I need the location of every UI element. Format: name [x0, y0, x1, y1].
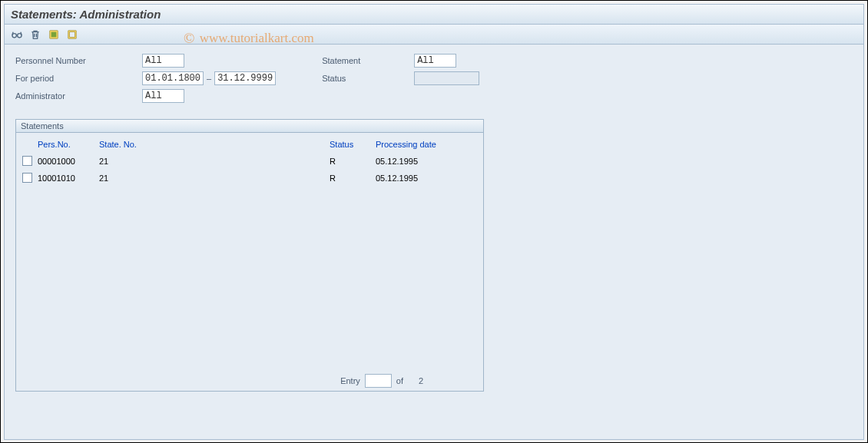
entry-total: 2	[408, 376, 423, 385]
svg-rect-3	[51, 31, 57, 37]
cell-procdate: 05.12.1995	[376, 157, 468, 166]
window-title: Statements: Administration	[11, 8, 161, 21]
svg-rect-5	[70, 31, 75, 37]
filter-col-right: Statement Status	[322, 52, 479, 105]
col-stateno[interactable]: State. No.	[99, 140, 330, 149]
col-procdate[interactable]: Processing date	[376, 140, 468, 149]
entry-label: Entry	[340, 376, 360, 385]
cell-status: R	[330, 157, 376, 166]
cell-persno: 00001000	[38, 157, 99, 166]
panel-title: Statements	[16, 120, 483, 133]
svg-point-1	[18, 33, 22, 37]
table-row[interactable]: 00001000 21 R 05.12.1995	[16, 153, 483, 170]
col-persno[interactable]: Pers.No.	[38, 140, 99, 149]
main-area: Personnel Number For period – Administra…	[4, 45, 864, 440]
cell-stateno: 21	[99, 174, 330, 183]
statements-panel: Statements Pers.No. State. No. Status Pr…	[15, 119, 484, 392]
status-label: Status	[322, 74, 414, 83]
entry-input[interactable]	[365, 374, 392, 388]
personnel-number-label: Personnel Number	[15, 56, 142, 65]
for-period-from-input[interactable]	[142, 71, 204, 85]
personnel-number-input[interactable]	[142, 54, 184, 68]
for-period-label: For period	[15, 74, 142, 83]
panel-header: Pers.No. State. No. Status Processing da…	[16, 136, 483, 153]
filter-block: Personnel Number For period – Administra…	[15, 52, 853, 105]
administrator-input[interactable]	[142, 89, 184, 103]
period-dash: –	[207, 74, 211, 83]
cell-status: R	[330, 174, 376, 183]
administrator-label: Administrator	[15, 91, 142, 101]
filter-col-left: Personnel Number For period – Administra…	[15, 52, 276, 105]
select-all-icon[interactable]	[46, 27, 61, 42]
deselect-all-icon[interactable]	[65, 27, 80, 42]
panel-body: 00001000 21 R 05.12.1995 10001010 21 R 0…	[16, 153, 483, 370]
cell-persno: 10001010	[38, 174, 99, 183]
for-period-to-input[interactable]	[214, 71, 276, 85]
statement-input[interactable]	[414, 54, 456, 68]
of-label: of	[396, 376, 403, 385]
title-bar: Statements: Administration	[4, 4, 864, 25]
statement-label: Statement	[322, 56, 414, 65]
table-row[interactable]: 10001010 21 R 05.12.1995	[16, 170, 483, 187]
cell-stateno: 21	[99, 157, 330, 166]
glasses-icon[interactable]	[9, 27, 25, 42]
row-checkbox[interactable]	[22, 156, 32, 166]
cell-procdate: 05.12.1995	[376, 174, 468, 183]
app-frame: Statements: Administration Personnel Num…	[1, 1, 867, 442]
trash-icon[interactable]	[28, 27, 43, 42]
status-input[interactable]	[414, 71, 479, 85]
toolbar	[4, 25, 864, 45]
row-checkbox[interactable]	[22, 173, 32, 183]
col-status[interactable]: Status	[330, 140, 376, 149]
svg-point-0	[12, 33, 16, 37]
panel-footer: Entry of 2	[16, 370, 429, 391]
